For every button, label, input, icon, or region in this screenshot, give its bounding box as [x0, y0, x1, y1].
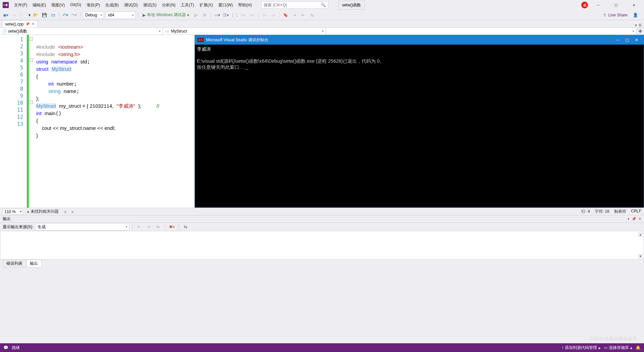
scroll-down-icon[interactable]: ▼	[638, 254, 643, 259]
layout-btn-1[interactable]: ▭▾	[214, 11, 221, 19]
menu-item[interactable]: Git(G)	[67, 1, 84, 9]
line-number: 13	[0, 121, 23, 128]
menu-item[interactable]: 扩展(X)	[197, 1, 216, 9]
fold-toggle[interactable]: −	[29, 100, 33, 104]
platform-dropdown[interactable]: x64	[105, 11, 136, 19]
menu-item[interactable]: 测试(S)	[141, 1, 159, 9]
output-indent-btn-1[interactable]: ⇤	[136, 223, 143, 231]
avatar[interactable]: 威	[581, 2, 588, 8]
console-maximize-button[interactable]: ▢	[625, 38, 629, 42]
output-indent-btn-2[interactable]: ⇥	[145, 223, 152, 231]
open-button[interactable]: 📂	[32, 11, 39, 19]
chevron-up-icon: ▴	[630, 345, 632, 350]
menu-item[interactable]: 编辑(E)	[30, 1, 49, 9]
fold-toggle[interactable]: −	[29, 37, 33, 41]
fold-toggle[interactable]: −	[29, 58, 33, 62]
config-dropdown[interactable]: Debug	[83, 11, 104, 19]
start-debug-button[interactable]: ▶ 本地 Windows 调试器 ▾	[141, 12, 191, 18]
nav-member-dropdown[interactable]	[326, 28, 637, 35]
comment-btn[interactable]: ▭	[261, 11, 268, 19]
nav-left-icon[interactable]: ◄	[63, 209, 67, 214]
console-output[interactable]: 李威涛 E:\visual std(源码)\setw()函数\x64\Debug…	[195, 45, 644, 71]
nav-project-dropdown[interactable]: 📄 setw()函数	[0, 28, 163, 35]
search-placeholder: 搜索 (Ctrl+Q)	[264, 2, 287, 8]
output-source-label: 显示输出来源(S):	[3, 224, 33, 230]
cursor-col: 字符: 16	[595, 209, 609, 214]
layout-btn-5[interactable]: ▭	[249, 11, 256, 19]
bookmark-btn[interactable]: 🔖	[282, 11, 289, 19]
nav-class-dropdown[interactable]: ▭ MyStruct	[163, 28, 326, 35]
indent-mode[interactable]: 制表符	[614, 209, 626, 214]
save-button[interactable]: 💾	[41, 11, 48, 19]
menu-item[interactable]: 工具(T)	[178, 1, 197, 9]
redo-button[interactable]: ↷▾	[70, 11, 78, 19]
indent-btn-3[interactable]: ⇆	[308, 11, 316, 19]
search-input[interactable]: 搜索 (Ctrl+Q) 🔍	[261, 1, 328, 9]
scroll-up-icon[interactable]: ▲	[638, 232, 643, 237]
repo-button[interactable]: ▭ 选择存储库 ▴	[604, 345, 632, 351]
title-bar: 文件(F)编辑(E)视图(V)Git(G)项目(P)生成(B)调试(D)测试(S…	[0, 0, 644, 10]
tab-dropdown-icon[interactable]: ▾	[635, 23, 637, 28]
output-wrap-btn[interactable]: ⇆	[182, 223, 189, 231]
liveshare-button[interactable]: ⇪ Live Share 👤	[603, 13, 642, 17]
layout-btn-4[interactable]: ▭	[240, 11, 247, 19]
output-close-icon[interactable]: ✕	[638, 217, 641, 221]
console-close-button[interactable]: ✕	[635, 38, 638, 42]
output-pin-icon[interactable]: 📌	[632, 217, 636, 221]
menu-item[interactable]: 调试(D)	[121, 1, 141, 9]
start-nodbg-button[interactable]: ▷	[193, 11, 200, 19]
line-number: 1	[0, 36, 23, 43]
menu-item[interactable]: 窗口(W)	[216, 1, 235, 9]
indent-btn-2[interactable]: ⇤	[300, 11, 307, 19]
vs-logo-icon	[3, 2, 9, 8]
nav-back-button[interactable]: ◉▾	[2, 11, 9, 19]
output-text-area[interactable]: ▲ ▼	[0, 231, 644, 260]
eol-mode[interactable]: CRLF	[631, 209, 641, 214]
minimize-button[interactable]: ─	[591, 0, 606, 10]
close-button[interactable]: ✕	[626, 0, 641, 10]
layout-btn-3[interactable]: ⋮⋮	[231, 11, 238, 19]
output-indent-btn-3[interactable]: ⇆	[154, 223, 162, 231]
menu-item[interactable]: 文件(F)	[11, 1, 30, 9]
new-file-button[interactable]: 📄▾	[23, 11, 31, 19]
maximize-button[interactable]: ▢	[608, 0, 624, 10]
nav-fwd-button[interactable]: →	[11, 11, 18, 19]
scm-button[interactable]: ↑ 添加到源代码管理 ▴	[561, 345, 600, 351]
editor-tab-bar: setw().cpp 📌 ✕ ▾ ⚙	[0, 20, 644, 28]
menu-item[interactable]: 项目(P)	[84, 1, 103, 9]
output-source-dropdown[interactable]: 生成	[35, 223, 129, 231]
pin-icon[interactable]: 📌	[25, 22, 30, 26]
feedback-icon[interactable]: 💬	[3, 345, 8, 350]
issues-indicator[interactable]: ● 未找到相关问题	[27, 209, 59, 214]
console-minimize-button[interactable]: ─	[616, 38, 619, 42]
search-icon: 🔍	[321, 3, 326, 7]
menu-item[interactable]: 生成(B)	[103, 1, 121, 9]
status-bar: 💬 就绪 ↑ 添加到源代码管理 ▴ ▭ 选择存储库 ▴ 🔔	[0, 343, 644, 352]
save-all-button[interactable]: 🗃	[49, 11, 57, 19]
tab-error-list[interactable]: 错误列表	[3, 260, 26, 267]
cpp-file-icon: 📄	[2, 29, 7, 34]
bell-icon[interactable]: 🔔	[636, 345, 641, 350]
output-clear-btn[interactable]: ✖≡	[168, 223, 175, 231]
layout-btn-2[interactable]: ☷▾	[222, 11, 230, 19]
console-title-bar[interactable]: C:\ Microsoft Visual Studio 调试控制台 ─ ▢ ✕	[195, 35, 644, 45]
console-icon: C:\	[198, 38, 204, 42]
zoom-dropdown[interactable]: 110 %	[3, 209, 23, 215]
attach-button[interactable]: ⚙	[201, 11, 209, 19]
indent-btn-1[interactable]: ⇥	[291, 11, 298, 19]
undo-button[interactable]: ↶▾	[62, 11, 69, 19]
watermark: CSDN 连接为理在奋斗	[590, 336, 637, 342]
tab-options-icon[interactable]: ⚙	[638, 23, 642, 28]
output-dropdown-icon[interactable]: ▾	[628, 217, 630, 221]
uncomment-btn[interactable]: ▭	[270, 11, 277, 19]
close-icon[interactable]: ✕	[32, 22, 35, 26]
tab-output[interactable]: 输出	[26, 260, 42, 267]
line-number: 9	[0, 93, 23, 100]
menu-item[interactable]: 分析(N)	[159, 1, 178, 9]
tab-setw-cpp[interactable]: setw().cpp 📌 ✕	[2, 20, 38, 28]
nav-right-icon[interactable]: ►	[71, 209, 75, 214]
cursor-row: 行: 4	[581, 209, 590, 214]
menu-item[interactable]: 视图(V)	[49, 1, 67, 9]
nav-split-button[interactable]: ✚	[637, 28, 644, 35]
menu-item[interactable]: 帮助(H)	[235, 1, 255, 9]
